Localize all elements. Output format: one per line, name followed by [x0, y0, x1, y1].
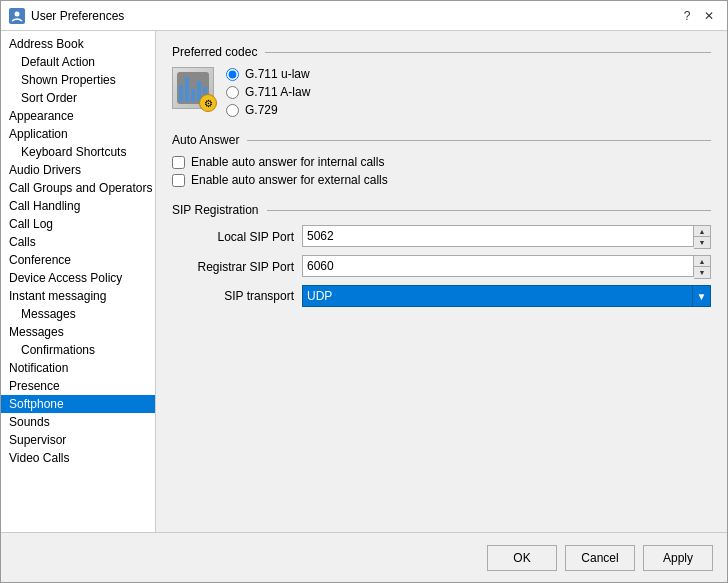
bottom-bar: OK Cancel Apply — [1, 532, 727, 582]
sidebar-item-presence[interactable]: Presence — [1, 377, 155, 395]
auto-answer-internal-row: Enable auto answer for internal calls — [172, 155, 711, 169]
sidebar-item-sort-order[interactable]: Sort Order — [1, 89, 155, 107]
sidebar-item-softphone[interactable]: Softphone — [1, 395, 155, 413]
sip-section: SIP Registration Local SIP Port ▲ ▼ Regi… — [172, 203, 711, 307]
content-area: Address BookDefault ActionShown Properti… — [1, 31, 727, 532]
registrar-sip-port-down[interactable]: ▼ — [694, 267, 710, 278]
local-sip-port-input-wrap: ▲ ▼ — [302, 225, 711, 249]
local-sip-port-down[interactable]: ▼ — [694, 237, 710, 248]
sip-transport-select-wrap: UDPTCPTLS ▼ — [302, 285, 711, 307]
auto-answer-external-row: Enable auto answer for external calls — [172, 173, 711, 187]
codec-radio-g711u[interactable] — [226, 68, 239, 81]
sidebar-item-default-action[interactable]: Default Action — [1, 53, 155, 71]
sidebar-item-messages[interactable]: Messages — [1, 323, 155, 341]
codec-icon: ⚙ — [172, 67, 214, 109]
codec-radio-g711a[interactable] — [226, 86, 239, 99]
codec-radio-g729[interactable] — [226, 104, 239, 117]
sidebar: Address BookDefault ActionShown Properti… — [1, 31, 156, 532]
registrar-sip-port-row: Registrar SIP Port ▲ ▼ — [172, 255, 711, 279]
auto-answer-internal-checkbox[interactable] — [172, 156, 185, 169]
bar1 — [179, 85, 183, 102]
sip-transport-row: SIP transport UDPTCPTLS ▼ — [172, 285, 711, 307]
codec-radio-row-g729: G.729 — [226, 103, 310, 117]
local-sip-port-row: Local SIP Port ▲ ▼ — [172, 225, 711, 249]
sidebar-item-sounds[interactable]: Sounds — [1, 413, 155, 431]
registrar-sip-port-label: Registrar SIP Port — [172, 260, 302, 274]
local-sip-port-up[interactable]: ▲ — [694, 226, 710, 237]
window-title: User Preferences — [31, 9, 124, 23]
codec-radio-row-g711u: G.711 u-law — [226, 67, 310, 81]
sidebar-item-video-calls[interactable]: Video Calls — [1, 449, 155, 467]
sidebar-item-notification[interactable]: Notification — [1, 359, 155, 377]
svg-point-0 — [15, 11, 20, 16]
codec-area: ⚙ G.711 u-lawG.711 A-lawG.729 — [172, 67, 711, 117]
codec-section-label: Preferred codec — [172, 45, 711, 59]
codec-radio-row-g711a: G.711 A-law — [226, 85, 310, 99]
registrar-sip-port-input-wrap: ▲ ▼ — [302, 255, 711, 279]
main-panel: Preferred codec ⚙ — [156, 31, 727, 532]
sidebar-item-address-book[interactable]: Address Book — [1, 35, 155, 53]
sidebar-item-calls[interactable]: Calls — [1, 233, 155, 251]
title-controls: ? ✕ — [677, 6, 719, 26]
sip-transport-dropdown-arrow: ▼ — [693, 285, 711, 307]
sidebar-item-messages-sub[interactable]: Messages — [1, 305, 155, 323]
auto-answer-label: Auto Answer — [172, 133, 711, 147]
cancel-button[interactable]: Cancel — [565, 545, 635, 571]
codec-radio-group: G.711 u-lawG.711 A-lawG.729 — [226, 67, 310, 117]
sidebar-item-call-log[interactable]: Call Log — [1, 215, 155, 233]
ok-button[interactable]: OK — [487, 545, 557, 571]
auto-answer-internal-label: Enable auto answer for internal calls — [191, 155, 384, 169]
sidebar-item-supervisor[interactable]: Supervisor — [1, 431, 155, 449]
apply-button[interactable]: Apply — [643, 545, 713, 571]
title-bar: User Preferences ? ✕ — [1, 1, 727, 31]
user-preferences-window: User Preferences ? ✕ Address BookDefault… — [0, 0, 728, 583]
sidebar-item-call-groups-operators[interactable]: Call Groups and Operators — [1, 179, 155, 197]
local-sip-port-spinners: ▲ ▼ — [694, 225, 711, 249]
sip-transport-label: SIP transport — [172, 289, 302, 303]
window-icon — [9, 8, 25, 24]
gear-badge: ⚙ — [199, 94, 217, 112]
local-sip-port-input[interactable] — [302, 225, 694, 247]
sidebar-item-keyboard-shortcuts[interactable]: Keyboard Shortcuts — [1, 143, 155, 161]
sidebar-item-shown-properties[interactable]: Shown Properties — [1, 71, 155, 89]
sidebar-item-confirmations[interactable]: Confirmations — [1, 341, 155, 359]
sidebar-item-audio-drivers[interactable]: Audio Drivers — [1, 161, 155, 179]
bar3 — [191, 89, 195, 102]
chevron-down-icon: ▼ — [697, 291, 707, 302]
sidebar-item-conference[interactable]: Conference — [1, 251, 155, 269]
registrar-sip-port-spinners: ▲ ▼ — [694, 255, 711, 279]
auto-answer-external-checkbox[interactable] — [172, 174, 185, 187]
registrar-sip-port-input[interactable] — [302, 255, 694, 277]
codec-label-g711u: G.711 u-law — [245, 67, 310, 81]
auto-answer-external-label: Enable auto answer for external calls — [191, 173, 388, 187]
sidebar-item-call-handling[interactable]: Call Handling — [1, 197, 155, 215]
sip-transport-select[interactable]: UDPTCPTLS — [302, 285, 693, 307]
auto-answer-area: Auto Answer Enable auto answer for inter… — [172, 133, 711, 187]
registrar-sip-port-up[interactable]: ▲ — [694, 256, 710, 267]
codec-label-g729: G.729 — [245, 103, 278, 117]
codec-label-g711a: G.711 A-law — [245, 85, 310, 99]
close-button[interactable]: ✕ — [699, 6, 719, 26]
local-sip-port-label: Local SIP Port — [172, 230, 302, 244]
sip-section-label: SIP Registration — [172, 203, 711, 217]
sidebar-item-appearance[interactable]: Appearance — [1, 107, 155, 125]
help-button[interactable]: ? — [677, 6, 697, 26]
bar2 — [185, 77, 189, 102]
sidebar-item-device-access-policy[interactable]: Device Access Policy — [1, 269, 155, 287]
sidebar-item-instant-messaging[interactable]: Instant messaging — [1, 287, 155, 305]
sidebar-item-application[interactable]: Application — [1, 125, 155, 143]
title-bar-left: User Preferences — [9, 8, 124, 24]
gear-icon: ⚙ — [204, 98, 213, 109]
